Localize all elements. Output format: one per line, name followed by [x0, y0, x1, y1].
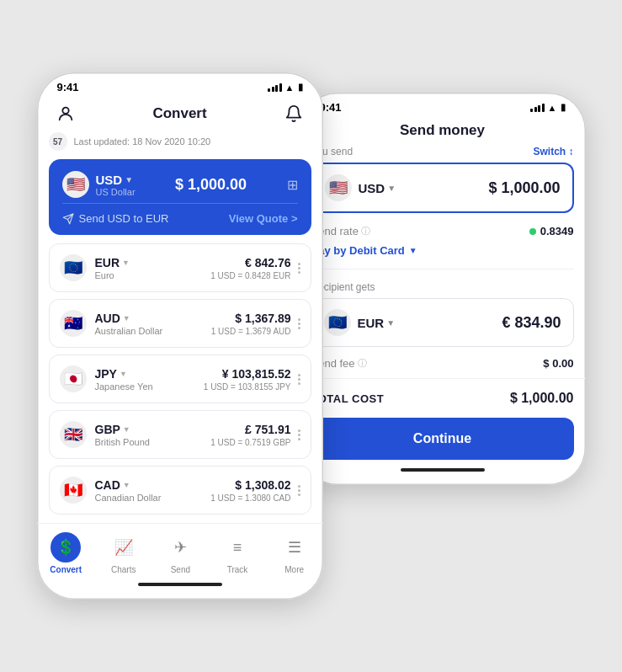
profile-icon[interactable] — [54, 102, 77, 125]
to-currency-code: EUR ▼ — [358, 316, 396, 330]
tab-bar: 💲Convert📈Charts✈Send≡Track☰More — [37, 523, 323, 576]
currency-list-item[interactable]: 🇯🇵 JPY ▼ Japanese Yen ¥ 103,815.52 1 USD… — [49, 355, 311, 403]
view-quote-button[interactable]: View Quote > — [229, 212, 298, 225]
total-cost-bar: TOTAL COST $ 1,000.00 — [300, 378, 586, 418]
cc-info-2: JPY ▼ Japanese Yen — [95, 367, 153, 392]
cc-code-2: JPY ▼ — [95, 367, 153, 381]
fee-value: $ 0.00 — [543, 357, 573, 370]
bell-icon[interactable] — [282, 102, 306, 125]
currency-list: 🇪🇺 EUR ▼ Euro € 842.76 1 USD = 0.8428 EU… — [49, 243, 311, 515]
send-label[interactable]: Send USD to EUR — [62, 212, 169, 225]
send-money-content: You send Switch ↕ 🇺🇸 USD ▼ $ 1,000.00 Se… — [300, 146, 586, 370]
tab-icon-wrap-charts: 📈 — [109, 532, 139, 563]
tab-icon-charts: 📈 — [114, 538, 133, 557]
cc-rate-2: 1 USD = 103.8155 JPY — [204, 382, 291, 392]
tab-label-charts: Charts — [111, 565, 136, 574]
to-currency-selector[interactable]: 🇪🇺 EUR ▼ — [324, 309, 396, 336]
total-cost-value: $ 1,000.00 — [510, 391, 574, 406]
cc-amount-block-3: £ 751.91 1 USD = 0.7519 GBP — [210, 423, 290, 447]
tab-icon-wrap-convert: 💲 — [51, 532, 81, 563]
tab-track[interactable]: ≡Track — [222, 532, 253, 574]
tab-icon-wrap-more: ☰ — [279, 532, 310, 563]
svg-point-0 — [62, 108, 68, 114]
tab-more[interactable]: ☰More — [279, 532, 310, 574]
continue-button[interactable]: Continue — [311, 418, 574, 460]
more-dots-icon-2[interactable] — [298, 374, 300, 385]
cc-amount-block-0: € 842.76 1 USD = 0.8428 EUR — [210, 256, 290, 280]
to-dropdown-arrow-icon: ▼ — [386, 318, 395, 328]
more-dots-icon-1[interactable] — [298, 318, 300, 329]
currency-list-item[interactable]: 🇬🇧 GBP ▼ British Pound £ 751.91 1 USD = … — [49, 410, 311, 459]
cc-code-0: EUR ▼ — [95, 256, 130, 269]
more-dots-icon-3[interactable] — [298, 429, 300, 440]
app-container: 9:41 ▲ ▮ Convert — [20, 56, 603, 616]
left-page-title: Convert — [152, 105, 206, 122]
cc-right-1: $ 1,367.89 1 USD = 1.3679 AUD — [211, 312, 300, 336]
pay-method-dropdown-icon: ▼ — [409, 246, 417, 255]
you-send-row: You send Switch ↕ — [311, 146, 574, 157]
tab-label-more: More — [284, 565, 304, 574]
divider — [311, 269, 574, 269]
from-currency-selector[interactable]: 🇺🇸 USD ▼ — [325, 174, 396, 201]
tab-convert[interactable]: 💲Convert — [50, 532, 82, 574]
last-updated-text: Last updated: 18 Nov 2020 10:20 — [74, 136, 211, 147]
right-status-icons: ▲ ▮ — [530, 102, 565, 113]
cc-right-3: £ 751.91 1 USD = 0.7519 GBP — [210, 423, 300, 447]
cc-amount-0: € 842.76 — [210, 256, 290, 269]
cc-name-0: Euro — [95, 270, 130, 280]
left-time: 9:41 — [57, 81, 79, 93]
tab-charts[interactable]: 📈Charts — [109, 532, 139, 574]
battery-icon: ▮ — [298, 82, 303, 93]
right-status-bar: 9:41 ▲ ▮ — [300, 93, 586, 117]
right-home-indicator — [401, 468, 485, 472]
tab-send[interactable]: ✈Send — [165, 532, 195, 574]
pay-method-label: Pay by Debit Card — [311, 244, 405, 257]
primary-currency-card[interactable]: 🇺🇸 USD ▼ US Dollar $ 1,000.00 ⊞ — [49, 159, 311, 235]
cc-left: 🇦🇺 AUD ▼ Australian Dollar — [60, 310, 163, 337]
primary-currency-code[interactable]: USD ▼ — [96, 173, 136, 187]
more-dots-icon-0[interactable] — [298, 263, 300, 274]
last-updated-bar: 57 Last updated: 18 Nov 2020 10:20 — [49, 132, 311, 151]
left-status-icons: ▲ ▮ — [268, 82, 302, 93]
left-nav-bar: Convert — [37, 97, 323, 132]
cc-info-3: GBP ▼ British Pound — [95, 423, 150, 447]
primary-currency-left: 🇺🇸 USD ▼ US Dollar — [62, 171, 136, 198]
cc-info-4: CAD ▼ Canadian Dollar — [95, 478, 162, 503]
send-rate-row: Send rate ⓘ 0.8349 — [311, 225, 574, 237]
left-status-bar: 9:41 ▲ ▮ — [37, 72, 323, 97]
currency-list-item[interactable]: 🇨🇦 CAD ▼ Canadian Dollar $ 1,308.02 1 US… — [49, 466, 311, 515]
fee-info-icon[interactable]: ⓘ — [358, 357, 367, 370]
cc-amount-4: $ 1,308.02 — [210, 478, 290, 492]
cc-left: 🇨🇦 CAD ▼ Canadian Dollar — [60, 477, 162, 504]
cc-flag-2: 🇯🇵 — [60, 365, 87, 392]
currency-list-item[interactable]: 🇦🇺 AUD ▼ Australian Dollar $ 1,367.89 1 … — [49, 299, 311, 348]
currency-list-item[interactable]: 🇪🇺 EUR ▼ Euro € 842.76 1 USD = 0.8428 EU… — [49, 243, 311, 292]
cc-amount-block-2: ¥ 103,815.52 1 USD = 103.8155 JPY — [204, 367, 291, 392]
home-indicator — [138, 583, 222, 586]
rate-info-icon[interactable]: ⓘ — [361, 225, 370, 237]
primary-currency-row: 🇺🇸 USD ▼ US Dollar $ 1,000.00 ⊞ — [62, 171, 298, 198]
right-wifi-icon: ▲ — [548, 103, 557, 113]
switch-button[interactable]: Switch ↕ — [533, 146, 573, 157]
cc-right-0: € 842.76 1 USD = 0.8428 EUR — [210, 256, 300, 280]
cc-rate-1: 1 USD = 1.3679 AUD — [211, 327, 291, 336]
recipient-currency-box[interactable]: 🇪🇺 EUR ▼ € 834.90 — [311, 298, 574, 347]
send-rate-value: 0.8349 — [529, 225, 574, 237]
cc-amount-block-1: $ 1,367.89 1 USD = 1.3679 AUD — [211, 312, 291, 336]
tab-icon-track: ≡ — [233, 539, 242, 557]
cc-amount-block-4: $ 1,308.02 1 USD = 1.3080 CAD — [210, 478, 290, 503]
cc-dropdown-icon: ▼ — [123, 481, 130, 489]
cc-flag-0: 🇪🇺 — [60, 254, 87, 281]
tab-icon-send: ✈ — [174, 538, 187, 557]
from-flag: 🇺🇸 — [325, 174, 352, 201]
right-battery-icon: ▮ — [561, 102, 566, 113]
from-amount[interactable]: $ 1,000.00 — [488, 179, 560, 197]
signal-icon — [268, 83, 282, 92]
cc-flag-4: 🇨🇦 — [60, 477, 87, 504]
calculator-icon[interactable]: ⊞ — [287, 177, 298, 193]
pay-method-row[interactable]: Pay by Debit Card ▼ — [311, 244, 574, 257]
from-currency-box[interactable]: 🇺🇸 USD ▼ $ 1,000.00 — [311, 163, 574, 213]
fee-row: Send fee ⓘ $ 0.00 — [311, 357, 574, 370]
more-dots-icon-4[interactable] — [298, 485, 300, 496]
cc-dropdown-icon: ▼ — [123, 425, 130, 434]
